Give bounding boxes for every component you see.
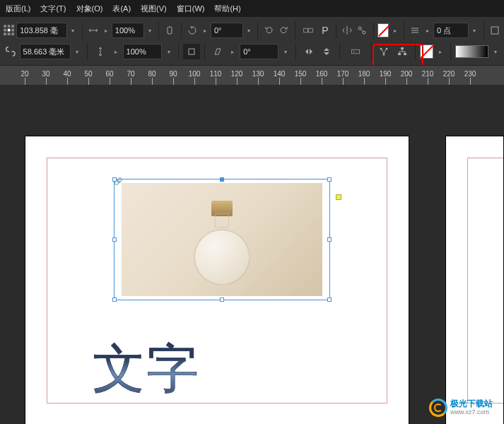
shear-input[interactable]: 0° <box>240 44 279 59</box>
chevron-icon[interactable]: ▸ <box>423 23 432 38</box>
menu-view[interactable]: 视图(V) <box>141 4 167 14</box>
scale-y-input[interactable]: 100% <box>123 44 162 59</box>
scale-x-input[interactable]: 100% <box>112 23 144 38</box>
paragraph-mode-icon[interactable]: P <box>318 23 332 38</box>
svg-rect-4 <box>8 29 11 32</box>
rotate-icon <box>186 23 199 38</box>
container-icon[interactable] <box>299 23 317 38</box>
flip-h-icon[interactable] <box>341 23 354 38</box>
ruler-label: 120 <box>231 70 243 78</box>
ruler-label: 150 <box>295 70 307 78</box>
svg-rect-9 <box>168 27 172 34</box>
shear-icon <box>209 44 226 59</box>
watermark-name: 极光下载站 <box>450 399 493 408</box>
link-indicator-icon[interactable]: 🔗 <box>114 177 122 185</box>
ruler-label: 40 <box>63 70 71 78</box>
text-frame[interactable]: 文字 <box>93 334 200 405</box>
select-linked-icon[interactable] <box>356 23 369 38</box>
menu-help[interactable]: 帮助(H) <box>214 4 240 14</box>
ruler-label: 50 <box>84 70 92 78</box>
menu-table[interactable]: 表(A) <box>112 4 131 14</box>
chevron-icon[interactable]: ▸ <box>101 23 110 38</box>
chevron-icon[interactable]: ▸ <box>200 23 209 38</box>
svg-rect-5 <box>11 29 14 32</box>
ruler-label: 100 <box>189 70 201 78</box>
fx-settings-icon[interactable] <box>488 23 501 38</box>
menu-window[interactable]: 窗口(W) <box>177 4 205 14</box>
menu-layout[interactable]: 版面(L) <box>6 4 30 14</box>
clip-icon[interactable] <box>163 23 177 38</box>
chevron-icon[interactable]: ▸ <box>435 44 446 59</box>
svg-rect-7 <box>8 33 11 36</box>
distribute-icon[interactable] <box>376 44 393 59</box>
svg-rect-1 <box>8 25 11 28</box>
horizontal-ruler[interactable]: 2030405060708090100110120130140150160170… <box>0 65 504 85</box>
selected-image-frame[interactable] <box>114 179 330 300</box>
page-2[interactable] <box>445 136 504 424</box>
stroke-weight-input[interactable] <box>433 23 469 38</box>
x-position-input[interactable] <box>16 23 67 38</box>
svg-rect-11 <box>309 28 313 33</box>
ruler-label: 80 <box>148 70 156 78</box>
ruler-label: 190 <box>380 70 392 78</box>
ruler-label: 200 <box>401 70 413 78</box>
svg-rect-14 <box>491 27 498 34</box>
hierarchy-icon[interactable] <box>394 44 411 59</box>
reference-point-grid[interactable] <box>3 23 15 38</box>
chevron-down-icon[interactable]: ▾ <box>72 44 83 59</box>
chevron-icon[interactable]: ▸ <box>228 44 239 59</box>
ruler-label: 140 <box>274 70 286 78</box>
svg-rect-10 <box>304 28 308 33</box>
stroke-swatch-none[interactable] <box>420 45 434 59</box>
live-corner-handle[interactable] <box>336 194 341 200</box>
flip-horizontal-icon[interactable] <box>300 44 317 59</box>
menu-bar: 版面(L) 文字(T) 对象(O) 表(A) 视图(V) 窗口(W) 帮助(H) <box>0 0 504 17</box>
ruler-label: 130 <box>252 70 264 78</box>
chevron-down-icon[interactable]: ▾ <box>69 23 78 38</box>
chevron-icon[interactable]: ▸ <box>390 23 399 38</box>
y-position-input[interactable] <box>20 44 71 59</box>
svg-rect-0 <box>4 25 6 28</box>
ruler-label: 170 <box>337 70 349 78</box>
ruler-label: 60 <box>105 70 113 78</box>
width-icon <box>87 23 100 38</box>
svg-rect-23 <box>404 53 406 55</box>
rotate-cw-icon[interactable] <box>277 23 291 38</box>
ruler-label: 160 <box>316 70 328 78</box>
svg-rect-3 <box>4 29 6 32</box>
chevron-icon[interactable]: ▸ <box>110 44 122 59</box>
svg-rect-22 <box>398 53 401 55</box>
svg-rect-6 <box>4 33 6 36</box>
page-1[interactable]: 🔗 文字 <box>25 136 409 424</box>
svg-rect-16 <box>351 49 359 54</box>
stroke-style-swatch[interactable] <box>455 45 488 58</box>
select-content-icon[interactable] <box>344 44 366 59</box>
svg-rect-21 <box>401 47 404 49</box>
chevron-down-icon[interactable]: ▾ <box>245 23 254 38</box>
perfume-bottle-image[interactable] <box>122 183 322 296</box>
height-icon <box>92 44 109 59</box>
fill-swatch-none[interactable] <box>377 23 389 37</box>
chevron-down-icon[interactable]: ▾ <box>470 23 479 38</box>
chevron-down-icon[interactable]: ▾ <box>146 23 155 38</box>
rotation-input[interactable]: 0° <box>211 23 243 38</box>
stroke-weight-icon <box>409 23 422 38</box>
svg-rect-8 <box>11 33 14 36</box>
constrain-icon[interactable] <box>183 44 200 59</box>
chevron-down-icon[interactable]: ▾ <box>163 44 175 59</box>
canvas-area[interactable]: 🔗 文字 <box>0 97 504 424</box>
svg-point-17 <box>353 51 354 52</box>
chevron-down-icon[interactable]: ▾ <box>490 44 501 59</box>
link-xy-icon[interactable] <box>3 44 18 59</box>
ruler-label: 220 <box>443 70 455 78</box>
ruler-label: 230 <box>464 70 476 78</box>
page-2-margin <box>467 158 503 404</box>
menu-text[interactable]: 文字(T) <box>40 4 66 14</box>
menu-object[interactable]: 对象(O) <box>76 4 103 14</box>
flip-vertical-icon[interactable] <box>319 44 336 59</box>
rotate-ccw-icon[interactable] <box>262 23 276 38</box>
control-toolbar: ▾ ▸ 100% ▾ ▸ 0° ▾ P ▸ ▸ ▾ ▾ <box>0 17 504 65</box>
chevron-down-icon[interactable]: ▾ <box>280 44 291 59</box>
watermark-url: www.xz7.com <box>450 409 493 416</box>
watermark: 极光下载站 www.xz7.com <box>429 399 493 417</box>
